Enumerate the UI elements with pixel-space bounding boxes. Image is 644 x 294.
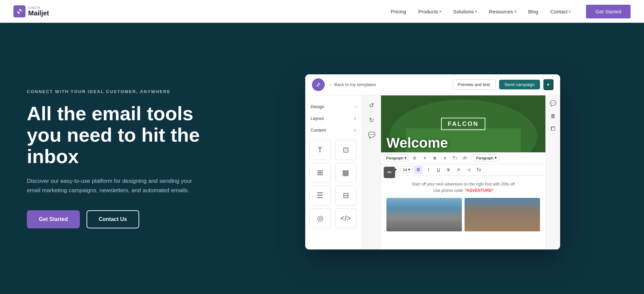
hero-tagline: CONNECT WITH YOUR IDEAL CUSTOMER, ANYWHE… — [27, 88, 221, 95]
email-promo-text: Start off your next adventure on the rig… — [386, 181, 540, 194]
right-copy-icon[interactable]: ⧠ — [548, 124, 558, 134]
image-text-block-icon[interactable]: ⊡ — [335, 140, 357, 160]
nav-link-pricing[interactable]: Pricing — [386, 6, 411, 17]
sidebar-design[interactable]: Design ⊣ — [305, 101, 362, 113]
welcome-text: Welcome — [381, 135, 545, 152]
unordered-list-button[interactable]: ≡ — [420, 154, 429, 162]
falcon-badge: FALCON — [441, 118, 485, 130]
nav-item-cta[interactable]: Get Started — [578, 5, 631, 18]
sidebar-content[interactable]: Content ∧ — [305, 124, 362, 136]
products-chevron-icon: ▾ — [439, 10, 441, 13]
promo-code: *ADVENTURE* — [465, 188, 493, 193]
paragraph-style-chevron: ▾ — [495, 156, 497, 160]
align-left-button[interactable]: ≡ — [440, 154, 449, 162]
hero-get-started-button[interactable]: Get Started — [27, 210, 80, 228]
logo[interactable]: SINCH Mailjet — [13, 5, 49, 17]
divider-block-icon[interactable]: ☰ — [309, 186, 331, 206]
bold-button[interactable]: B — [414, 165, 423, 174]
hero-content: CONNECT WITH YOUR IDEAL CUSTOMER, ANYWHE… — [27, 88, 221, 229]
subscript-button[interactable]: Tx — [474, 165, 483, 174]
sidebar-layout[interactable]: Layout ∨ — [305, 113, 362, 124]
mockup-topbar-actions: Preview and test Send campaign ▾ — [452, 79, 553, 90]
code-block-icon[interactable]: </> — [335, 208, 357, 228]
mockup-right-icons: 💬 🗑 ⧠ — [545, 95, 560, 249]
font-size-select[interactable]: 14 ▾ — [400, 166, 413, 173]
layout-block-icon[interactable]: ⊟ — [335, 186, 357, 206]
undo-icon[interactable]: ↺ — [366, 99, 378, 112]
send-campaign-dropdown-button[interactable]: ▾ — [543, 79, 553, 90]
hero-section: CONNECT WITH YOUR IDEAL CUSTOMER, ANYWHE… — [0, 23, 644, 294]
content-icons-grid: T ⊡ ⊞ ▦ ☰ ⊟ ◎ </> — [305, 136, 362, 232]
preview-test-button[interactable]: Preview and test — [452, 79, 496, 90]
hiker-image — [386, 198, 462, 231]
right-chat-icon[interactable]: 💬 — [548, 98, 558, 109]
logo-mailjet: Mailjet — [28, 10, 49, 16]
mockup-topbar: ← Back to my templates Preview and test … — [305, 74, 560, 95]
edit-pencil-button[interactable]: ✏ — [384, 167, 395, 178]
nav-links: Pricing Products ▾ Solutions ▾ Resources… — [386, 5, 631, 18]
svg-rect-0 — [13, 5, 25, 17]
mockup-logo — [312, 78, 325, 91]
nav-item-products[interactable]: Products ▾ — [414, 6, 446, 17]
mockup-canvas: FALCON Welcome Paragraph ▾ ⊘ ≡ ≣ ≡ T↕ — [381, 95, 545, 249]
email-images-row — [386, 198, 540, 231]
nav-link-blog[interactable]: Blog — [524, 6, 543, 17]
image-block-icon[interactable]: ⊞ — [309, 163, 331, 183]
ordered-list-button[interactable]: ≣ — [430, 154, 439, 162]
clear-format-button[interactable]: ⊘ — [410, 154, 419, 162]
paragraph-style-select[interactable]: Paragraph ▾ — [474, 154, 499, 161]
contact-chevron-icon: ▾ — [569, 10, 571, 13]
resources-chevron-icon: ▾ — [515, 10, 516, 13]
format-toolbar-row1: Paragraph ▾ ⊘ ≡ ≣ ≡ T↕ A² Paragraph ▾ — [381, 152, 545, 164]
video-block-icon[interactable]: ▦ — [335, 163, 357, 183]
nav-item-pricing[interactable]: Pricing — [386, 6, 411, 17]
navbar: SINCH Mailjet Pricing Products ▾ Solutio… — [0, 0, 644, 23]
email-header-image: FALCON Welcome — [381, 95, 545, 152]
nav-item-blog[interactable]: Blog — [524, 6, 543, 17]
comment-icon[interactable]: 💬 — [366, 129, 378, 141]
text-size-button[interactable]: T↕ — [450, 154, 459, 162]
nav-link-contact[interactable]: Contact ▾ — [546, 6, 576, 17]
text-block-icon[interactable]: T — [309, 140, 331, 160]
content-collapse-icon: ∧ — [354, 128, 357, 132]
email-content-area: Start off your next adventure on the rig… — [381, 176, 545, 249]
nav-link-products[interactable]: Products ▾ — [414, 6, 446, 17]
nav-item-contact[interactable]: Contact ▾ — [546, 6, 576, 17]
nav-cta-button[interactable]: Get Started — [586, 5, 631, 18]
right-trash-icon[interactable]: 🗑 — [548, 111, 558, 122]
hero-buttons: Get Started Contact Us — [27, 210, 221, 228]
solutions-chevron-icon: ▾ — [475, 10, 477, 13]
font-size-chevron: ▾ — [408, 167, 410, 172]
format-toolbar-row2: Arial ▾ 14 ▾ B I U S̶ A ◁ Tx — [381, 164, 545, 176]
mockup-tools-panel: ↺ ↻ 💬 — [362, 95, 381, 249]
hero-subtext: Discover our easy-to-use platform for de… — [27, 176, 201, 196]
strikethrough-button[interactable]: S̶ — [444, 165, 453, 174]
send-campaign-button[interactable]: Send campaign — [499, 80, 540, 89]
highlight-button[interactable]: ◁ — [464, 165, 473, 174]
nav-item-solutions[interactable]: Solutions ▾ — [448, 6, 482, 17]
nav-link-resources[interactable]: Resources ▾ — [484, 6, 521, 17]
redo-icon[interactable]: ↻ — [366, 114, 378, 126]
text-color-button[interactable]: A — [454, 165, 463, 174]
hero-heading: All the email tools you need to hit the … — [27, 103, 221, 167]
boots-image — [465, 198, 540, 231]
hero-mockup: ← Back to my templates Preview and test … — [248, 68, 617, 249]
italic-button[interactable]: I — [424, 165, 433, 174]
underline-button[interactable]: U — [434, 165, 443, 174]
design-collapse-icon: ⊣ — [353, 104, 357, 109]
mockup-window: ← Back to my templates Preview and test … — [305, 74, 560, 249]
paragraph-select[interactable]: Paragraph ▾ — [384, 154, 409, 161]
nav-link-solutions[interactable]: Solutions ▾ — [448, 6, 482, 17]
toolbar-divider — [471, 155, 472, 161]
mockup-sidebar: Design ⊣ Layout ∨ Content ∧ T ⊡ — [305, 95, 362, 249]
mockup-body: Design ⊣ Layout ∨ Content ∧ T ⊡ — [305, 95, 560, 249]
social-block-icon[interactable]: ◎ — [309, 208, 331, 228]
nav-item-resources[interactable]: Resources ▾ — [484, 6, 521, 17]
back-to-templates-link[interactable]: ← Back to my templates — [329, 82, 448, 87]
superscript-button[interactable]: A² — [461, 154, 469, 162]
paragraph-select-chevron: ▾ — [405, 156, 407, 160]
hero-contact-us-button[interactable]: Contact Us — [87, 210, 139, 228]
layout-expand-icon: ∨ — [354, 116, 357, 121]
